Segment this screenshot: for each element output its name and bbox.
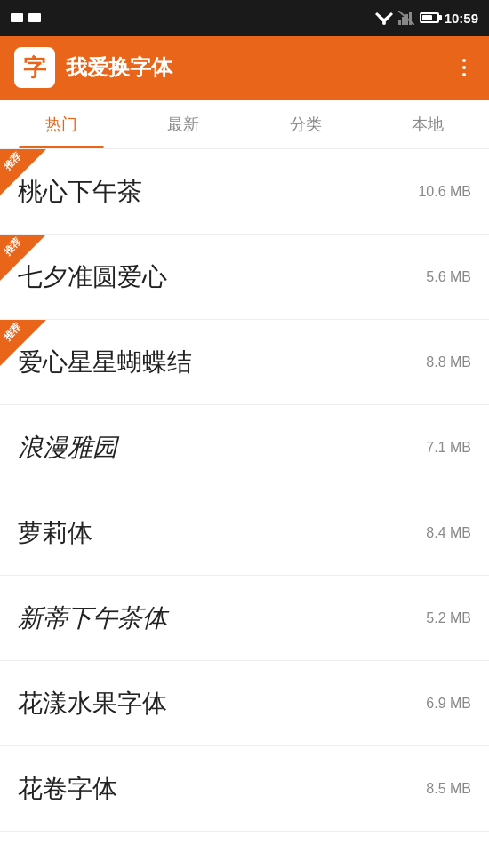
font-name: 爱心星星蝴蝶结 [18, 346, 426, 379]
svg-rect-3 [398, 20, 401, 25]
status-time: 10:59 [445, 11, 478, 26]
recommended-badge: 推荐 [0, 320, 46, 366]
list-item[interactable]: 推荐 桃心下午茶 10.6 MB [0, 149, 489, 235]
font-size: 7.1 MB [426, 440, 471, 456]
font-name: 七夕准圆爱心 [18, 260, 426, 294]
list-item[interactable]: 浪漫雅园 7.1 MB [0, 405, 489, 490]
list-item[interactable]: 萝莉体 8.4 MB [0, 490, 489, 576]
font-name: 萝莉体 [18, 516, 426, 550]
more-dot-3 [462, 73, 466, 76]
tab-new[interactable]: 最新 [123, 100, 245, 148]
signal-icon [398, 11, 414, 25]
more-menu-button[interactable] [453, 57, 475, 78]
tab-hot[interactable]: 热门 [0, 100, 123, 148]
list-item[interactable]: 推荐 爱心星星蝴蝶结 8.8 MB [0, 320, 489, 405]
more-dot-2 [462, 66, 466, 69]
app-header: 字 我爱换字体 [0, 36, 489, 100]
font-size: 10.6 MB [418, 184, 471, 200]
font-size: 5.6 MB [426, 269, 471, 285]
svg-rect-4 [402, 17, 405, 25]
tab-category[interactable]: 分类 [244, 100, 367, 148]
signal-block1 [11, 13, 23, 22]
tab-bar: 热门 最新 分类 本地 [0, 100, 489, 149]
signal-block2 [28, 13, 41, 22]
list-item[interactable]: 新蒂下午茶体 5.2 MB [0, 576, 489, 661]
font-name: 新蒂下午茶体 [18, 601, 426, 635]
recommended-badge: 推荐 [0, 235, 46, 281]
status-bar: 10:59 [0, 0, 489, 36]
font-size: 8.5 MB [426, 781, 471, 797]
battery-icon [420, 12, 439, 23]
font-name: 花漾水果字体 [18, 687, 426, 721]
font-size: 5.2 MB [426, 610, 471, 626]
font-name: 浪漫雅园 [18, 431, 426, 465]
list-item[interactable]: 推荐 七夕准圆爱心 5.6 MB [0, 235, 489, 320]
app-icon: 字 [14, 47, 55, 88]
more-dot-1 [462, 59, 466, 62]
font-size: 6.9 MB [426, 696, 471, 712]
tab-local[interactable]: 本地 [367, 100, 490, 148]
wifi-icon [375, 11, 393, 25]
font-size: 8.8 MB [426, 354, 471, 370]
recommended-badge: 推荐 [0, 149, 46, 195]
status-icons: 10:59 [375, 11, 478, 26]
list-item[interactable]: 花漾水果字体 6.9 MB [0, 661, 489, 746]
list-item[interactable]: 花卷字体 8.5 MB [0, 746, 489, 832]
font-name: 花卷字体 [18, 772, 426, 806]
font-name: 桃心下午茶 [18, 175, 418, 209]
app-title: 我爱换字体 [66, 53, 453, 82]
font-size: 8.4 MB [426, 525, 471, 541]
font-list: 推荐 桃心下午茶 10.6 MB 推荐 七夕准圆爱心 5.6 MB 推荐 爱心星… [0, 149, 489, 868]
svg-point-2 [382, 21, 386, 25]
